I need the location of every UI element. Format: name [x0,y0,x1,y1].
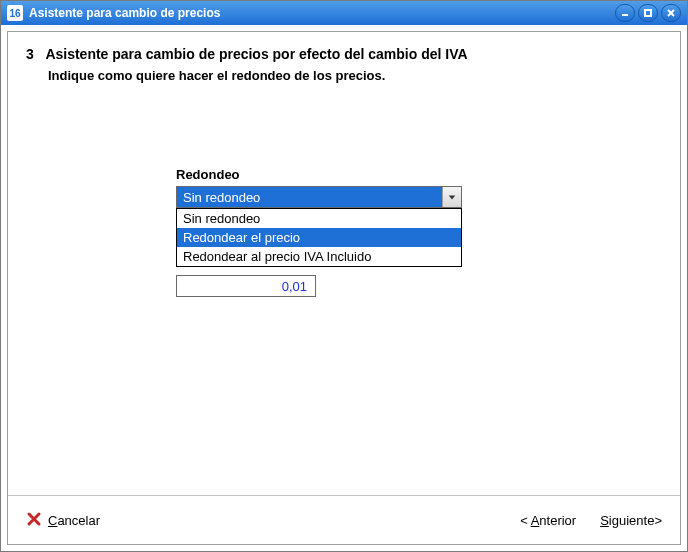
rounding-precision-field[interactable]: 0,01 [176,275,316,297]
back-prefix: < [520,513,531,528]
back-rest: nterior [539,513,576,528]
rounding-precision-value: 0,01 [282,279,307,294]
next-button[interactable]: Siguiente> [600,513,662,528]
next-mnemonic: S [600,513,609,528]
cancel-icon [26,511,42,530]
rounding-combobox[interactable]: Sin redondeo Sin redondeo Redondear el p… [176,186,462,208]
window-controls [615,4,681,22]
step-heading: 3 Asistente para cambio de precios por e… [26,46,662,62]
rounding-field: Redondeo Sin redondeo Sin redondeo Redon… [176,167,462,208]
rounding-selected-value: Sin redondeo [177,190,442,205]
svg-rect-1 [645,10,651,16]
window-title: Asistente para cambio de precios [29,6,609,20]
app-icon-text: 16 [9,8,20,19]
chevron-down-icon [442,187,461,207]
rounding-option-1[interactable]: Redondear el precio [177,228,461,247]
wizard-header: 3 Asistente para cambio de precios por e… [8,32,680,105]
next-suffix: > [654,513,662,528]
step-title: Asistente para cambio de precios por efe… [45,46,467,62]
rounding-dropdown: Sin redondeo Redondear el precio Redonde… [176,208,462,267]
wizard-window: 16 Asistente para cambio de precios 3 As… [0,0,688,552]
cancel-button[interactable]: Cancelar [26,511,100,530]
back-button[interactable]: < Anterior [520,513,576,528]
titlebar: 16 Asistente para cambio de precios [1,1,687,25]
close-button[interactable] [661,4,681,22]
wizard-footer: Cancelar < Anterior Siguiente> [8,495,680,544]
wizard-body: 3 Asistente para cambio de precios por e… [7,31,681,545]
next-rest: iguiente [609,513,655,528]
rounding-option-2[interactable]: Redondear al precio IVA Incluido [177,247,461,266]
wizard-content: Redondeo Sin redondeo Sin redondeo Redon… [8,105,680,495]
step-number: 3 [26,46,42,62]
step-subtitle: Indique como quiere hacer el redondeo de… [48,68,662,83]
cancel-label: Cancelar [48,513,100,528]
svg-marker-4 [449,195,455,199]
rounding-label: Redondeo [176,167,462,182]
app-icon: 16 [7,5,23,21]
rounding-option-0[interactable]: Sin redondeo [177,209,461,228]
maximize-button[interactable] [638,4,658,22]
minimize-button[interactable] [615,4,635,22]
